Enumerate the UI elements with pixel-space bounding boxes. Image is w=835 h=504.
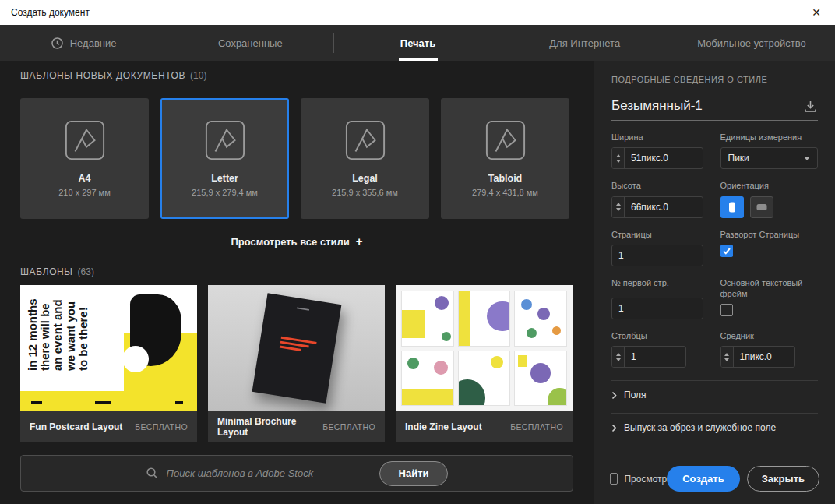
art-shape <box>491 356 503 368</box>
template-price: БЕСПЛАТНО <box>510 422 563 432</box>
art-shape <box>435 296 449 310</box>
stepper-up-icon[interactable] <box>616 154 621 157</box>
stepper-down-icon[interactable] <box>616 358 621 361</box>
template-row: in 12 months there will be an event and … <box>20 285 573 442</box>
preset-card-letter[interactable]: Letter 215,9 x 279,4 мм <box>160 98 289 219</box>
close-icon[interactable]: ✕ <box>809 6 824 19</box>
tab-web[interactable]: Для Интернета <box>502 25 668 61</box>
primary-text-frame-checkbox[interactable] <box>720 304 733 316</box>
art-shape <box>459 379 485 405</box>
title-bar: Создать документ ✕ <box>0 0 835 25</box>
width-units-row: Ширина 51пикс.0 Единицы измерения Пики <box>611 132 818 169</box>
plus-icon: + <box>356 234 363 248</box>
art-shape <box>515 291 566 346</box>
close-button[interactable]: Закрыть <box>747 466 819 492</box>
tab-recent[interactable]: Недавние <box>0 25 167 61</box>
view-all-label: Просмотреть все стили <box>231 236 349 248</box>
document-name-input[interactable]: Безымянный-1 <box>611 98 803 114</box>
preset-name: Letter <box>211 173 238 184</box>
orientation-landscape-button[interactable] <box>750 196 773 218</box>
template-card-minimal-brochure[interactable]: Minimal Brochure Layout БЕСПЛАТНО <box>208 285 385 442</box>
template-card-indie-zine[interactable]: Indie Zine Layout БЕСПЛАТНО <box>396 285 573 442</box>
stepper-arrows[interactable] <box>721 347 734 367</box>
preset-size: 210 x 297 мм <box>58 188 111 197</box>
bleed-section-toggle[interactable]: Выпуск за обрез и служебное поле <box>611 413 818 433</box>
art-shape <box>402 389 453 405</box>
art-shape <box>537 308 550 320</box>
height-field[interactable]: 66пикс.0 <box>611 196 703 218</box>
document-icon <box>344 119 386 161</box>
stepper-up-icon[interactable] <box>724 353 729 356</box>
units-dropdown[interactable]: Пики <box>720 147 818 169</box>
columns-field[interactable]: 1 <box>611 346 686 368</box>
preset-name: Tabloid <box>488 173 523 184</box>
pages-label: Страницы <box>611 229 703 240</box>
details-header: ПОДРОБНЫЕ СВЕДЕНИЯ О СТИЛЕ <box>611 75 818 84</box>
art-shape <box>521 299 532 310</box>
tab-bar: Недавние Сохраненные Печать Для Интернет… <box>0 25 835 61</box>
tab-print[interactable]: Печать <box>334 25 501 61</box>
create-document-dialog: Создать документ ✕ Недавние Сохраненные … <box>0 0 835 504</box>
tab-saved[interactable]: Сохраненные <box>167 25 333 61</box>
art-shape <box>296 307 308 310</box>
create-button[interactable]: Создать <box>667 466 739 492</box>
search-input[interactable] <box>167 467 334 479</box>
document-name-row: Безымянный-1 <box>611 98 818 121</box>
stepper-arrows[interactable] <box>612 197 625 217</box>
preset-card-a4[interactable]: A4 210 x 297 мм <box>20 98 149 219</box>
save-preset-icon[interactable] <box>803 100 818 114</box>
preset-card-legal[interactable]: Legal 215,9 x 355,6 мм <box>301 98 429 219</box>
orientation-portrait-button[interactable] <box>720 196 744 218</box>
pages-field[interactable]: 1 <box>611 245 703 266</box>
stepper-down-icon[interactable] <box>616 208 621 211</box>
orientation-buttons <box>720 196 818 218</box>
template-thumbnail-fun-postcard: in 12 months there will be an event and … <box>20 285 197 411</box>
art-shape <box>487 301 509 332</box>
art-shape <box>515 351 566 406</box>
tab-label: Для Интернета <box>549 37 620 49</box>
view-all-presets-link[interactable]: Просмотреть все стили+ <box>20 234 573 248</box>
document-icon <box>64 119 106 161</box>
width-value: 51пикс.0 <box>625 153 668 164</box>
columns-value: 1 <box>625 351 636 362</box>
chevron-right-icon <box>611 424 617 432</box>
search-button[interactable]: Найти <box>379 461 449 486</box>
template-caption: Indie Zine Layout БЕСПЛАТНО <box>396 411 573 442</box>
details-panel: ПОДРОБНЫЕ СВЕДЕНИЯ О СТИЛЕ Безымянный-1 … <box>594 61 835 504</box>
start-page-field[interactable]: 1 <box>611 298 703 319</box>
chevron-right-icon <box>611 391 617 400</box>
margins-section-toggle[interactable]: Поля <box>611 380 818 400</box>
art-shape <box>552 326 561 335</box>
stepper-down-icon[interactable] <box>616 160 621 163</box>
check-icon <box>722 246 731 256</box>
height-label: Высота <box>611 180 703 191</box>
gutter-field[interactable]: 1пикс.0 <box>720 346 795 368</box>
portrait-page-icon <box>725 200 739 214</box>
art-shape <box>459 351 510 406</box>
stepper-up-icon[interactable] <box>616 203 621 206</box>
preset-size: 215,9 x 279,4 мм <box>192 188 258 197</box>
template-card-fun-postcard[interactable]: in 12 months there will be an event and … <box>20 285 197 442</box>
preset-name: A4 <box>79 173 91 184</box>
preset-size: 279,4 x 431,8 мм <box>472 188 538 197</box>
stepper-arrows[interactable] <box>612 148 625 168</box>
art-shape <box>548 388 566 405</box>
primary-text-frame-label: Основной текстовый фрейм <box>720 277 818 300</box>
dialog-actions: Просмотр Создать Закрыть <box>610 466 819 492</box>
postcard-art-text: in 12 months there will be an event and … <box>26 290 114 371</box>
height-value: 66пикс.0 <box>625 202 668 213</box>
stepper-arrows[interactable] <box>612 347 625 367</box>
stepper-up-icon[interactable] <box>616 353 621 356</box>
preset-card-tabloid[interactable]: Tabloid 279,4 x 431,8 мм <box>441 98 569 219</box>
start-page-value: 1 <box>612 303 624 314</box>
stepper-down-icon[interactable] <box>724 358 729 361</box>
presets-section-count: (10) <box>190 70 206 81</box>
template-name: Fun Postcard Layout <box>30 421 122 432</box>
width-field[interactable]: 51пикс.0 <box>611 147 703 169</box>
orientation-label: Ориентация <box>720 180 818 191</box>
preview-checkbox[interactable] <box>610 473 618 485</box>
template-price: БЕСПЛАТНО <box>135 422 188 432</box>
tab-mobile[interactable]: Мобильное устройство <box>668 25 835 61</box>
facing-pages-checkbox[interactable] <box>720 245 733 257</box>
template-price: БЕСПЛАТНО <box>322 422 375 432</box>
